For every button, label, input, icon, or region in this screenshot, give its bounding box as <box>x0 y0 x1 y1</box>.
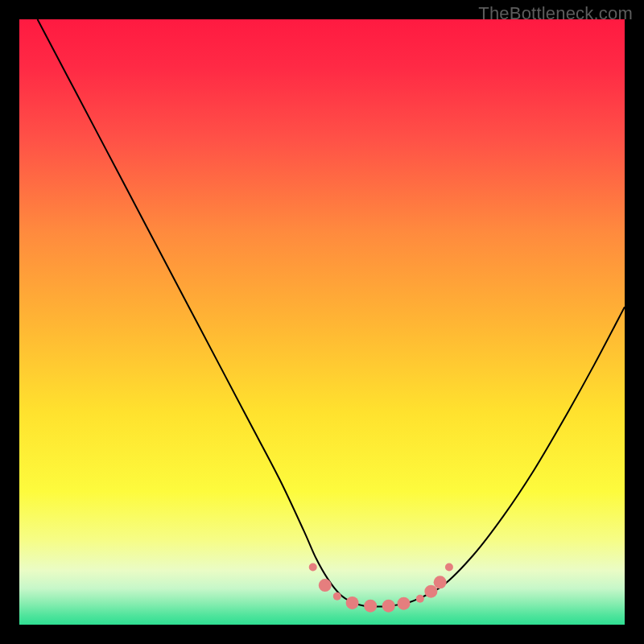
marker-dot <box>424 585 437 598</box>
marker-dot <box>416 595 424 603</box>
marker-dot <box>319 579 332 592</box>
gradient-background <box>19 19 625 625</box>
chart-plot <box>19 19 625 625</box>
marker-dot <box>398 597 411 610</box>
marker-dot <box>309 564 317 572</box>
marker-dot <box>346 597 359 609</box>
marker-dot <box>434 576 447 588</box>
marker-dot <box>382 600 395 613</box>
marker-dot <box>364 600 377 613</box>
chart-frame: TheBottleneck.com <box>0 0 644 644</box>
marker-dot <box>333 592 341 601</box>
marker-dot <box>445 564 453 572</box>
